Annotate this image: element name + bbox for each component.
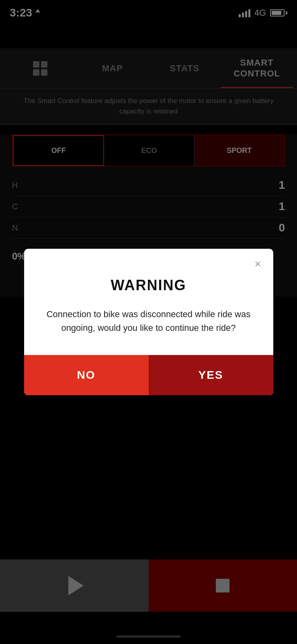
close-icon: × bbox=[254, 258, 261, 270]
modal-yes-button[interactable]: YES bbox=[149, 355, 273, 395]
warning-modal: × WARNING Connection to bike was disconn… bbox=[24, 249, 273, 395]
modal-overlay: × WARNING Connection to bike was disconn… bbox=[0, 0, 297, 644]
modal-yes-label: YES bbox=[198, 369, 223, 382]
modal-actions: NO YES bbox=[24, 355, 273, 395]
modal-title-text: WARNING bbox=[111, 277, 186, 293]
modal-body: Connection to bike was disconnected whil… bbox=[24, 303, 273, 355]
modal-header: × bbox=[24, 249, 273, 261]
modal-close-button[interactable]: × bbox=[251, 257, 265, 271]
modal-no-label: NO bbox=[77, 369, 96, 382]
modal-title: WARNING bbox=[24, 261, 273, 303]
modal-no-button[interactable]: NO bbox=[24, 355, 149, 395]
modal-message-text: Connection to bike was disconnected whil… bbox=[47, 309, 251, 333]
